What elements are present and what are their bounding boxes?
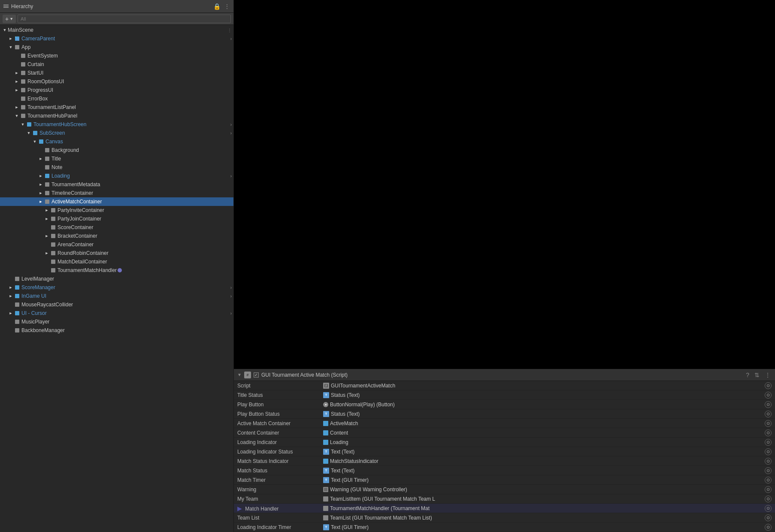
expand-arrow-partyinvitecontainer[interactable]	[44, 207, 50, 213]
tree-item-note[interactable]: Note	[0, 163, 233, 172]
tree-item-mouseraycastcollider[interactable]: MouseRaycastCollider	[0, 300, 233, 309]
tree-item-eventsystem[interactable]: EventSystem	[0, 51, 233, 60]
tree-item-curtain[interactable]: Curtain	[0, 60, 233, 69]
tree-item-tournamenthubscreen[interactable]: TournamentHubScreen ›	[0, 120, 233, 129]
tree-item-title[interactable]: Title	[0, 154, 233, 163]
expand-arrow-cameraparent[interactable]	[8, 36, 14, 42]
tree-item-ingameui[interactable]: InGame UI ›	[0, 292, 233, 300]
icon-note	[44, 164, 51, 171]
expand-arrow-timelinecontainer[interactable]	[38, 190, 44, 196]
expand-arrow-partyjoincontainer[interactable]	[44, 216, 50, 222]
tree-item-roomoptionsui[interactable]: RoomOptionsUI	[0, 77, 233, 86]
tree-item-scoremanager[interactable]: ScoreManager ›	[0, 283, 233, 292]
tree-item-matchdetailcontainer[interactable]: MatchDetailContainer	[0, 257, 233, 266]
tree-item-canvas[interactable]: Canvas	[0, 137, 233, 146]
tree-item-timelinecontainer[interactable]: TimelineContainer	[0, 189, 233, 197]
circle-btn-my-team[interactable]: ⊙	[765, 496, 772, 502]
circle-btn-match-handler[interactable]: ⊙	[765, 505, 772, 512]
item-label-partyjoincontainer: PartyJoinContainer	[58, 216, 101, 222]
expand-arrow-roomoptionsui[interactable]	[14, 79, 20, 85]
hamburger-icon[interactable]	[3, 5, 9, 8]
expand-arrow-ingameui[interactable]	[8, 293, 14, 299]
circle-btn-loading-indicator[interactable]: ⊙	[765, 439, 772, 446]
expand-arrow-roundrobincontainer[interactable]	[44, 250, 50, 256]
tree-item-arenacontainer[interactable]: ArenaContainer	[0, 240, 233, 249]
circle-btn-play-button-status[interactable]: ⊙	[765, 411, 772, 417]
tree-item-app[interactable]: App	[0, 43, 233, 51]
circle-btn-loading-indicator-timer[interactable]: ⊙	[765, 524, 772, 531]
tree-item-partyinvitecontainer[interactable]: PartyInviteContainer	[0, 206, 233, 215]
expand-arrow-mainscene[interactable]	[2, 27, 8, 33]
prop-value-text-content-container: Content	[330, 430, 348, 436]
tree-item-cameraparent[interactable]: CameraParent ›	[0, 34, 233, 43]
lock-icon[interactable]: 🔒	[213, 3, 221, 10]
more-options-icon[interactable]: ⋮	[764, 371, 772, 379]
svg-rect-20	[45, 191, 49, 195]
tree-item-tournamentmetadata[interactable]: TournamentMetadata	[0, 180, 233, 189]
tree-item-bracketcontainer[interactable]: BracketContainer	[0, 232, 233, 240]
prop-row-match-handler: ▶ Match Handler TournamentMatchHandler (…	[234, 504, 775, 513]
circle-btn-content-container[interactable]: ⊙	[765, 429, 772, 436]
circle-btn-match-timer[interactable]: ⊙	[765, 477, 772, 484]
tree-item-backbonemanager[interactable]: BackboneManager	[0, 326, 233, 335]
tree-item-scorecontainer[interactable]: ScoreContainer	[0, 223, 233, 232]
svg-rect-32	[15, 294, 19, 298]
item-label-roomoptionsui: RoomOptionsUI	[27, 79, 64, 85]
tree-item-levelmanager[interactable]: LevelManager	[0, 275, 233, 283]
expand-arrow-tournamentmetadata[interactable]	[38, 181, 44, 187]
circle-btn-play-button[interactable]: ⊙	[765, 401, 772, 408]
collapse-toggle[interactable]: ▼	[237, 372, 242, 377]
more-icon[interactable]: ⋮	[224, 3, 230, 10]
prop-label-active-match-container: Active Match Container	[237, 420, 323, 426]
arrow-matchdetailcontainer	[44, 259, 50, 265]
expand-arrow-tournamenthubpanel[interactable]	[14, 113, 20, 119]
script-enabled-checkbox[interactable]	[254, 372, 259, 378]
tree-item-tournamenthubpanel[interactable]: TournamentHubPanel	[0, 112, 233, 120]
expand-arrow-loading[interactable]	[38, 173, 44, 179]
ref-icon-loading-indicator	[323, 440, 328, 445]
tree-item-progressui[interactable]: ProgressUI	[0, 86, 233, 94]
circle-btn-warning[interactable]: ⊙	[765, 486, 772, 493]
settings-icon[interactable]: ⇅	[754, 371, 760, 379]
expand-arrow-activematchcontainer[interactable]	[38, 199, 44, 205]
tree-item-background[interactable]: Background	[0, 146, 233, 154]
circle-btn-match-status[interactable]: ⊙	[765, 467, 772, 474]
expand-arrow-app[interactable]	[8, 44, 14, 50]
add-object-button[interactable]: + ▼	[3, 15, 16, 23]
tree-item-startui[interactable]: StartUI	[0, 69, 233, 77]
tree-item-activematchcontainer[interactable]: ActiveMatchContainer	[0, 197, 233, 206]
circle-btn-active-match-container[interactable]: ⊙	[765, 420, 772, 427]
circle-btn-title-status[interactable]: ⊙	[765, 392, 772, 399]
item-label-tournamentmetadata: TournamentMetadata	[51, 181, 100, 187]
expand-arrow-tournamentlistpanel[interactable]	[14, 104, 20, 110]
circle-btn-match-status-indicator[interactable]: ⊙	[765, 458, 772, 465]
context-icon-mainscene[interactable]: ⋮	[227, 28, 232, 33]
expand-arrow-tournamenthubscreen[interactable]	[20, 121, 26, 127]
tree-item-loading[interactable]: Loading ›	[0, 172, 233, 180]
tree-area[interactable]: MainScene ⋮ CameraParent › App	[0, 25, 233, 532]
expand-arrow-subscreen[interactable]	[26, 130, 32, 136]
help-icon[interactable]: ?	[745, 371, 750, 379]
tree-item-partyjoincontainer[interactable]: PartyJoinContainer	[0, 215, 233, 223]
expand-arrow-bracketcontainer[interactable]	[44, 233, 50, 239]
circle-btn-script[interactable]: ⊙	[765, 382, 772, 389]
expand-arrow-uicursor[interactable]	[8, 310, 14, 316]
prop-row-match-status-indicator: Match Status Indicator MatchStatusIndica…	[234, 456, 775, 466]
tree-item-uicursor[interactable]: UI - Cursor ›	[0, 309, 233, 317]
expand-arrow-startui[interactable]	[14, 70, 20, 76]
expand-arrow-title[interactable]	[38, 156, 44, 162]
tree-item-roundrobincontainer[interactable]: RoundRobinContainer	[0, 249, 233, 257]
tree-item-errorbox[interactable]: ErrorBox	[0, 94, 233, 103]
prop-label-loading-indicator-timer: Loading Indicator Timer	[237, 524, 323, 530]
circle-btn-team-list[interactable]: ⊙	[765, 514, 772, 521]
expand-arrow-canvas[interactable]	[32, 139, 38, 145]
circle-btn-loading-indicator-status[interactable]: ⊙	[765, 448, 772, 455]
expand-arrow-scoremanager[interactable]	[8, 284, 14, 290]
tree-item-musicplayer[interactable]: MusicPlayer	[0, 317, 233, 326]
tree-item-mainscene[interactable]: MainScene ⋮	[0, 26, 233, 34]
search-input[interactable]	[18, 15, 231, 23]
tree-item-tournamentmatchhandler[interactable]: TournamentMatchHandler	[0, 266, 233, 275]
expand-arrow-progressui[interactable]	[14, 87, 20, 93]
tree-item-tournamentlistpanel[interactable]: TournamentListPanel	[0, 103, 233, 112]
tree-item-subscreen[interactable]: SubScreen ›	[0, 129, 233, 137]
